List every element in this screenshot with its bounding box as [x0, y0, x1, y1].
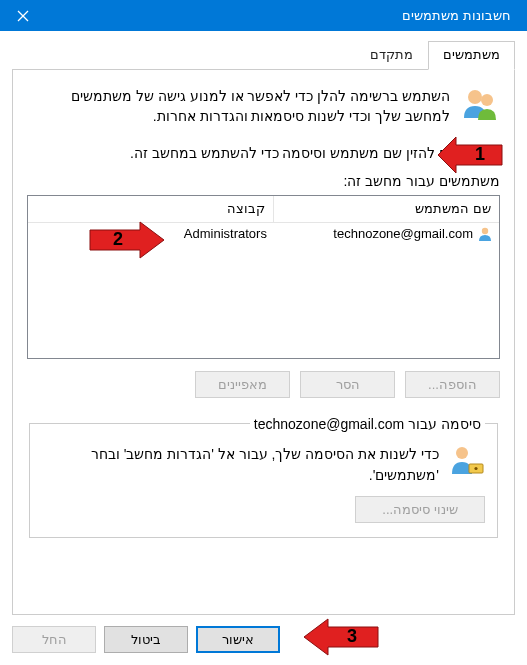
svg-point-9: [456, 447, 468, 459]
properties-button: מאפיינים: [195, 371, 290, 398]
apply-button: החל: [12, 626, 96, 653]
window-title: חשבונות משתמשים: [45, 8, 519, 23]
ok-button[interactable]: אישור: [196, 626, 280, 653]
users-list-label: משתמשים עבור מחשב זה:: [27, 173, 500, 189]
row-group: Administrators: [184, 226, 267, 241]
tab-strip: משתמשים מתקדם: [12, 41, 515, 70]
tab-page-users: השתמש ברשימה להלן כדי לאפשר או למנוע גיש…: [12, 70, 515, 615]
close-icon: [17, 10, 29, 22]
svg-text:3: 3: [347, 626, 357, 646]
password-text: כדי לשנות את הסיסמה שלך, עבור אל 'הגדרות…: [42, 442, 439, 486]
tab-users[interactable]: משתמשים: [428, 41, 515, 70]
dialog-button-row: החל ביטול אישור: [12, 626, 280, 653]
svg-point-2: [468, 90, 482, 104]
close-button[interactable]: [0, 0, 45, 31]
users-listview[interactable]: שם המשתמש קבוצה technozone@gmail.com Adm…: [27, 195, 500, 359]
change-password-button: שינוי סיסמה...: [355, 496, 485, 523]
key-icon: [449, 442, 485, 478]
users-icon: [460, 84, 500, 124]
tab-advanced[interactable]: מתקדם: [355, 41, 428, 69]
titlebar: חשבונות משתמשים: [0, 0, 527, 31]
must-enter-credentials-label: צריכים להזין שם משתמש וסיסמה כדי להשתמש …: [130, 145, 477, 161]
annotation-3: 3: [290, 615, 380, 659]
table-row[interactable]: technozone@gmail.com Administrators: [28, 223, 499, 245]
add-button: הוספה...: [405, 371, 500, 398]
must-enter-credentials-checkbox[interactable]: [485, 145, 500, 160]
user-row-icon: [477, 226, 493, 242]
svg-point-11: [474, 466, 477, 469]
svg-point-3: [481, 94, 493, 106]
cancel-button[interactable]: ביטול: [104, 626, 188, 653]
intro-text: השתמש ברשימה להלן כדי לאפשר או למנוע גיש…: [27, 84, 450, 127]
password-legend: סיסמה עבור technozone@gmail.com: [250, 416, 485, 432]
column-username[interactable]: שם המשתמש: [273, 196, 499, 222]
row-username: technozone@gmail.com: [333, 226, 473, 241]
svg-point-6: [482, 227, 488, 233]
svg-marker-12: [304, 619, 378, 655]
column-group[interactable]: קבוצה: [28, 196, 273, 222]
remove-button: הסר: [300, 371, 395, 398]
password-groupbox: סיסמה עבור technozone@gmail.com כדי לשנו…: [29, 416, 498, 538]
listview-header: שם המשתמש קבוצה: [28, 196, 499, 223]
